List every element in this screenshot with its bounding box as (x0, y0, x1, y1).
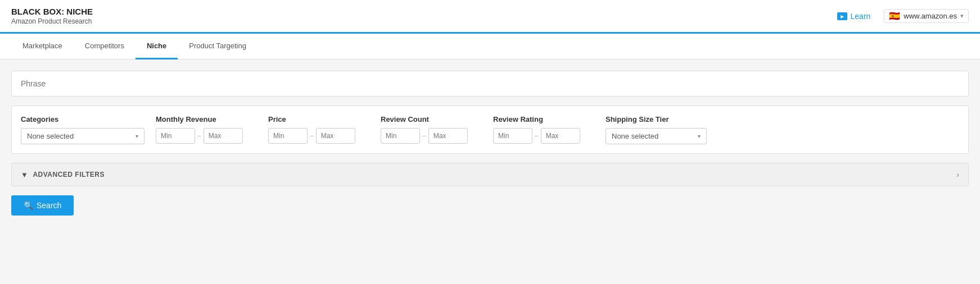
chevron-down-icon: ▾ (960, 12, 964, 20)
categories-value: None selected (27, 132, 74, 140)
shipping-size-label: Shipping Size Tier (606, 115, 707, 123)
categories-filter: Categories None selected ▾ (21, 115, 144, 144)
price-control: – (268, 128, 369, 144)
range-separator: – (197, 132, 201, 140)
search-label: Search (37, 201, 61, 210)
review-rating-max[interactable] (541, 128, 580, 144)
filter-funnel-icon: ▼ (21, 171, 28, 179)
categories-dropdown[interactable]: None selected ▾ (21, 128, 144, 144)
marketplace-selector[interactable]: 🇪🇸 www.amazon.es ▾ (884, 9, 969, 23)
main-content: Categories None selected ▾ Monthly Reven… (0, 59, 980, 227)
review-count-control: – (381, 128, 482, 144)
range-separator: – (310, 132, 314, 140)
review-rating-control: – (493, 128, 594, 144)
tabs-bar: Marketplace Competitors Niche Product Ta… (0, 34, 980, 59)
header: BLACK BOX: NICHE Amazon Product Research… (0, 0, 980, 34)
shipping-size-control: None selected ▾ (606, 128, 707, 144)
review-rating-filter: Review Rating – (493, 115, 594, 144)
categories-label: Categories (21, 115, 144, 123)
review-rating-label: Review Rating (493, 115, 594, 123)
advanced-filters-label: ADVANCED FILTERS (33, 171, 105, 178)
phrase-input[interactable] (12, 71, 968, 96)
price-min[interactable] (268, 128, 308, 144)
categories-control: None selected ▾ (21, 128, 144, 144)
advanced-filters-bar[interactable]: ▼ ADVANCED FILTERS › (11, 163, 969, 186)
tab-competitors[interactable]: Competitors (74, 34, 136, 59)
review-count-label: Review Count (381, 115, 482, 123)
filters-section: Categories None selected ▾ Monthly Reven… (11, 106, 969, 154)
price-label: Price (268, 115, 369, 123)
header-right: Learn 🇪🇸 www.amazon.es ▾ (833, 9, 969, 23)
monthly-revenue-filter: Monthly Revenue – (156, 115, 257, 144)
video-play-icon (837, 12, 847, 20)
shipping-size-dropdown[interactable]: None selected ▾ (606, 128, 707, 144)
app-subtitle: Amazon Product Research (11, 17, 93, 25)
review-count-min[interactable] (381, 128, 420, 144)
price-filter: Price – (268, 115, 369, 144)
chevron-right-icon: › (956, 170, 959, 179)
flag-icon: 🇪🇸 (889, 12, 900, 20)
search-button[interactable]: 🔍 Search (11, 195, 74, 216)
learn-label: Learn (851, 12, 871, 21)
monthly-revenue-range: – (156, 128, 243, 144)
tab-niche[interactable]: Niche (136, 34, 178, 59)
tab-marketplace[interactable]: Marketplace (11, 34, 74, 59)
advanced-filters-left: ▼ ADVANCED FILTERS (21, 171, 105, 179)
monthly-revenue-label: Monthly Revenue (156, 115, 257, 123)
chevron-down-icon: ▾ (136, 133, 138, 139)
monthly-revenue-max[interactable] (204, 128, 243, 144)
shipping-size-value: None selected (612, 132, 658, 140)
tab-product-targeting[interactable]: Product Targeting (178, 34, 258, 59)
app-title: BLACK BOX: NICHE (11, 7, 93, 16)
filters-row: Categories None selected ▾ Monthly Reven… (21, 115, 959, 144)
monthly-revenue-min[interactable] (156, 128, 195, 144)
review-rating-range: – (493, 128, 580, 144)
search-icon: 🔍 (24, 201, 33, 210)
marketplace-label: www.amazon.es (904, 12, 957, 20)
phrase-input-container (11, 71, 969, 97)
range-separator: – (535, 132, 539, 140)
monthly-revenue-control: – (156, 128, 257, 144)
review-rating-min[interactable] (493, 128, 532, 144)
price-max[interactable] (316, 128, 355, 144)
review-count-filter: Review Count – (381, 115, 482, 144)
header-title-block: BLACK BOX: NICHE Amazon Product Research (11, 7, 93, 25)
advanced-filters-right: › (956, 170, 959, 179)
shipping-size-filter: Shipping Size Tier None selected ▾ (606, 115, 707, 144)
chevron-down-icon: ▾ (698, 133, 701, 139)
price-range: – (268, 128, 355, 144)
learn-button[interactable]: Learn (833, 10, 875, 23)
range-separator: – (422, 132, 426, 140)
review-count-range: – (381, 128, 468, 144)
review-count-max[interactable] (428, 128, 468, 144)
